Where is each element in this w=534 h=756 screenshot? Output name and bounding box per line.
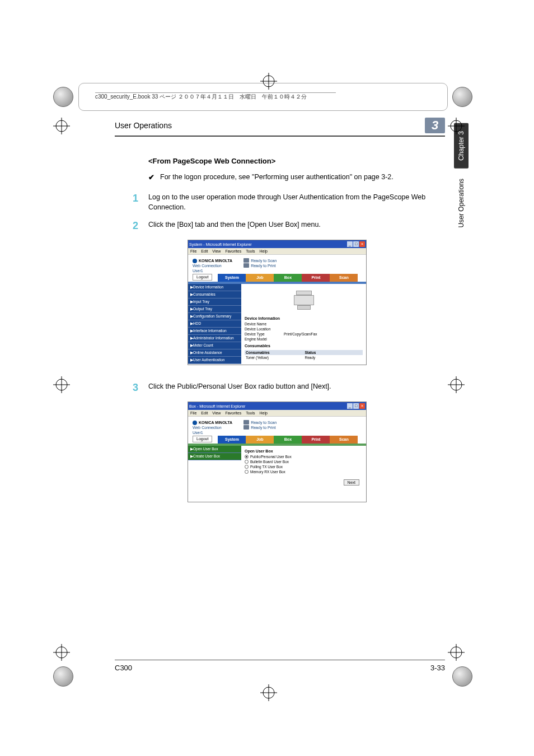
sidebar-item[interactable]: ▶Interface Information xyxy=(188,328,241,335)
sidebar-item[interactable]: ▶Input Tray xyxy=(188,298,241,306)
status-text: Ready to Print xyxy=(251,264,275,268)
device-info-heading: Device Information xyxy=(245,316,363,320)
step-number: 1 xyxy=(123,193,138,204)
consumables-heading: Consumables xyxy=(245,344,363,348)
corner-ornament xyxy=(452,666,472,687)
screenshot-box: Box - Microsoft Internet Explorer _ □ × … xyxy=(188,402,367,502)
table-cell: Ready xyxy=(304,355,363,360)
logout-button[interactable]: Logout xyxy=(193,274,212,281)
radio-memory-rx[interactable] xyxy=(245,470,249,474)
info-label: Engine Model xyxy=(245,337,284,341)
radio-polling[interactable] xyxy=(245,465,249,469)
sidebar-item[interactable]: ▶Administrator Information xyxy=(188,335,241,342)
minimize-icon[interactable]: _ xyxy=(347,241,353,247)
table-cell: Toner (Yellow) xyxy=(245,355,304,360)
product-text: Web Connection xyxy=(193,426,222,430)
user-label: User1 xyxy=(188,269,366,274)
menu-item[interactable]: View xyxy=(212,411,221,415)
chapter-number-box: 3 xyxy=(425,118,445,133)
menu-item[interactable]: Favorites xyxy=(225,411,241,415)
sidebar-item[interactable]: ▶Configuration Summary xyxy=(188,313,241,320)
table-header: Status xyxy=(304,350,363,355)
product-text: Web Connection xyxy=(193,264,222,268)
tab-job[interactable]: Job xyxy=(246,274,274,282)
tab-box[interactable]: Box xyxy=(274,274,302,282)
sidebar-item[interactable]: ▶HDD xyxy=(188,320,241,328)
maximize-icon[interactable]: □ xyxy=(353,403,359,409)
registration-mark-icon xyxy=(53,644,70,661)
maximize-icon[interactable]: □ xyxy=(353,241,359,247)
sidebar-item[interactable]: ▶Meter Count xyxy=(188,342,241,349)
window-title: System - Microsoft Internet Explorer xyxy=(189,242,252,246)
radio-bulletin[interactable] xyxy=(245,460,249,464)
radio-label: Public/Personal User Box xyxy=(250,455,292,459)
footer-page: 3-33 xyxy=(430,664,445,672)
printer-icon xyxy=(243,258,249,263)
sidebar-item-create-user-box[interactable]: ▶Create User Box xyxy=(188,453,241,460)
radio-label: Bulletin Board User Box xyxy=(250,460,289,464)
sidebar-item[interactable]: ▶Online Assistance xyxy=(188,349,241,357)
check-icon: ✔ xyxy=(148,173,154,181)
registration-mark-icon xyxy=(53,376,70,393)
sidebar-item[interactable]: ▶Consumables xyxy=(188,291,241,298)
radio-label: Polling TX User Box xyxy=(250,465,283,469)
corner-ornament xyxy=(452,87,472,107)
radio-label: Memory RX User Box xyxy=(250,470,285,474)
tab-system[interactable]: System xyxy=(218,436,246,444)
open-user-box-heading: Open User Box xyxy=(245,449,363,453)
step-text: Click the [Box] tab and then the [Open U… xyxy=(148,220,445,230)
tab-print[interactable]: Print xyxy=(302,274,330,282)
tab-job[interactable]: Job xyxy=(246,436,274,444)
registration-mark-icon xyxy=(53,118,70,134)
tab-box[interactable]: Box xyxy=(274,436,302,444)
next-button[interactable]: Next xyxy=(344,479,359,486)
close-icon[interactable]: × xyxy=(359,241,365,247)
menu-item[interactable]: Help xyxy=(260,411,268,415)
screenshot-system: System - Microsoft Internet Explorer _ □… xyxy=(188,240,367,365)
close-icon[interactable]: × xyxy=(359,403,365,409)
sidebar-item[interactable]: ▶User Authentication xyxy=(188,357,241,364)
info-value: Print/Copy/Scan/Fax xyxy=(284,332,317,336)
device-image xyxy=(293,291,315,311)
menu-item[interactable]: Edit xyxy=(201,249,208,253)
printer-icon xyxy=(243,420,249,424)
sidebar-item[interactable]: ▶Output Tray xyxy=(188,306,241,313)
step-number: 2 xyxy=(123,220,138,232)
radio-public-personal[interactable] xyxy=(245,455,249,459)
menu-item[interactable]: Tools xyxy=(246,249,255,253)
menu-item[interactable]: Help xyxy=(260,249,268,253)
tab-system[interactable]: System xyxy=(218,274,246,282)
user-label: User1 xyxy=(188,431,366,436)
step-number: 3 xyxy=(123,382,138,394)
sidebar-item[interactable]: ▶Device Information xyxy=(188,284,241,291)
table-header: Consumables xyxy=(245,350,304,355)
tab-print[interactable]: Print xyxy=(302,436,330,444)
menu-item[interactable]: File xyxy=(190,411,196,415)
menu-item[interactable]: Edit xyxy=(201,411,208,415)
info-label: Device Name xyxy=(245,322,284,326)
menu-item[interactable]: View xyxy=(212,249,221,253)
step-text: Log on to the user operation mode throug… xyxy=(148,193,445,212)
menu-item[interactable]: File xyxy=(190,249,196,253)
tab-scan[interactable]: Scan xyxy=(330,436,358,444)
brand-logo-icon xyxy=(193,259,197,263)
menu-item[interactable]: Tools xyxy=(246,411,255,415)
side-tab-section: User Operations xyxy=(457,179,465,227)
status-text: Ready to Scan xyxy=(251,421,277,424)
status-text: Ready to Print xyxy=(251,426,275,430)
corner-ornament xyxy=(53,87,73,107)
tab-scan[interactable]: Scan xyxy=(330,274,358,282)
info-label: Device Location xyxy=(245,327,284,331)
footer-model: C300 xyxy=(115,664,132,672)
printer-icon xyxy=(243,263,249,268)
status-text: Ready to Scan xyxy=(251,259,277,263)
corner-ornament xyxy=(53,666,73,687)
registration-mark-icon xyxy=(260,684,277,701)
menu-item[interactable]: Favorites xyxy=(225,249,241,253)
minimize-icon[interactable]: _ xyxy=(347,403,353,409)
page-header-title: User Operations xyxy=(115,121,172,130)
registration-mark-icon xyxy=(448,644,465,661)
sidebar-item-open-user-box[interactable]: ▶Open User Box xyxy=(188,446,241,453)
registration-mark-icon xyxy=(260,73,277,90)
logout-button[interactable]: Logout xyxy=(193,436,212,442)
